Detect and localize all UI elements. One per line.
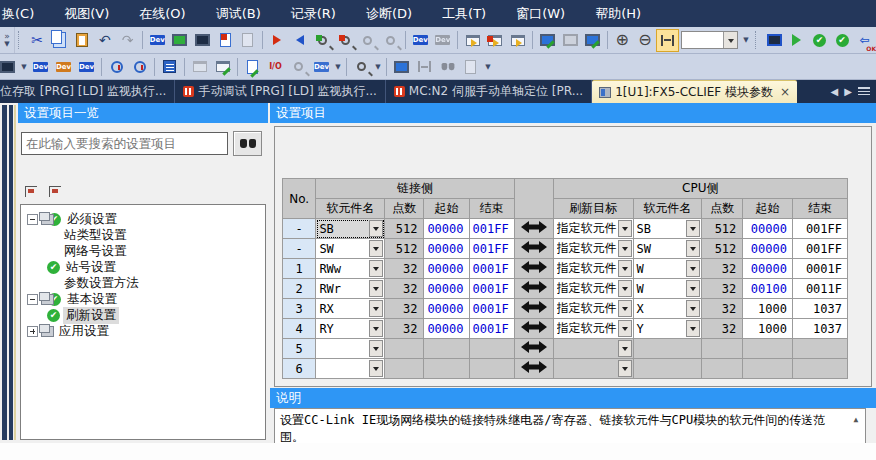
tree-item-station-type[interactable]: 站类型设置 (21, 227, 265, 243)
doc-list-disabled-button[interactable] (459, 55, 482, 78)
menu-debug[interactable]: 调试(B) (201, 0, 276, 27)
write-plc-button[interactable] (266, 29, 289, 52)
dropdown-button[interactable] (369, 280, 383, 297)
dropdown-button[interactable] (369, 220, 383, 237)
mouse-tool-button[interactable] (287, 55, 310, 78)
fit-disabled-button[interactable] (413, 55, 436, 78)
toolbar-overflow-chevron[interactable]: » ▼ (0, 27, 15, 53)
cell-cpu-start[interactable]: 00000 (743, 219, 793, 239)
zoom-out-button[interactable]: ⊖ (634, 29, 657, 52)
tab-nav-left-icon[interactable]: ◀ (831, 86, 839, 97)
cell-link-device[interactable] (316, 359, 385, 379)
verify-red-button[interactable] (334, 29, 357, 52)
cell-cpu-start[interactable]: 1000 (743, 319, 793, 339)
dropdown-button[interactable] (686, 240, 700, 257)
cell-link-start[interactable]: 00000 (424, 259, 469, 279)
dropdown-button[interactable] (618, 300, 632, 317)
remote-operation-button[interactable] (763, 29, 786, 52)
tab-manual-debug[interactable]: 手动调试 [PRG] [LD] 监视执行... (175, 80, 385, 103)
dropdown-button[interactable] (618, 260, 632, 277)
tab-module-parameter-active[interactable]: 1[U1]:FX5-CCLIEF 模块参数 × (592, 80, 797, 103)
verify-disabled2-button[interactable] (379, 29, 402, 52)
cell-link-start[interactable]: 00000 (424, 319, 469, 339)
run-button[interactable] (785, 29, 808, 52)
menu-diagnostics[interactable]: 诊断(D) (351, 0, 427, 27)
expand-all-button[interactable] (45, 183, 65, 200)
menu-window[interactable]: 窗口(W) (501, 0, 580, 27)
device-zoom-button[interactable] (350, 55, 373, 78)
cell-link-start[interactable]: 00000 (424, 279, 469, 299)
toolbar-overflow2[interactable]: ▼ (740, 27, 752, 53)
device-write-button[interactable]: Dev (409, 29, 432, 52)
zoom-in-button[interactable]: ⊕ (611, 29, 634, 52)
cell-link-device[interactable]: SB (316, 219, 385, 239)
paste-button[interactable] (71, 29, 94, 52)
menu-view[interactable]: 视图(V) (49, 0, 124, 27)
reflect-ok-button[interactable]: ⇦OK (853, 29, 876, 52)
tree-item-station-no[interactable]: ✔ 站号设置 (21, 259, 265, 275)
cell-link-device[interactable]: RWr (316, 279, 385, 299)
dropdown-button[interactable] (686, 260, 700, 277)
dropdown-button[interactable] (618, 360, 632, 377)
param-setting-disabled-button[interactable] (188, 55, 211, 78)
cell-cpu-start[interactable]: 00000 (743, 259, 793, 279)
screen-edit-button[interactable] (581, 29, 604, 52)
menu-convert[interactable]: 换(C) (0, 0, 49, 27)
note-scroll-up-icon[interactable]: ▲ (849, 412, 863, 426)
window-tile-button[interactable] (506, 29, 529, 52)
window-list-icon[interactable] (858, 87, 870, 96)
dropdown-button[interactable] (618, 240, 632, 257)
device-batch-monitor-button[interactable]: Dev (29, 55, 52, 78)
cell-link-device[interactable]: RX (316, 299, 385, 319)
cell-cpu-device[interactable]: Y (633, 319, 702, 339)
tab-close-icon[interactable]: × (780, 86, 790, 98)
cell-link-device[interactable]: RY (316, 319, 385, 339)
zoom-scale-combobox[interactable] (681, 31, 738, 49)
cell-refresh-target[interactable] (553, 359, 633, 379)
dropdown-small[interactable]: ▼ (333, 54, 343, 79)
cell-cpu-device[interactable]: W (633, 259, 702, 279)
device-register-monitor-button[interactable]: Dev (52, 55, 75, 78)
cell-cpu-device[interactable]: SW (633, 239, 702, 259)
cell-refresh-target[interactable] (553, 339, 633, 359)
cell-link-device[interactable]: SW (316, 239, 385, 259)
monitor-eye-button[interactable]: Dev (310, 55, 333, 78)
device-find-button[interactable]: Dev (146, 29, 169, 52)
cell-link-start[interactable]: 00000 (424, 299, 469, 319)
dropdown-button[interactable] (686, 300, 700, 317)
check-program-button[interactable]: ✔ (808, 29, 831, 52)
window-transfer-button[interactable] (484, 29, 507, 52)
menu-tools[interactable]: 工具(T) (427, 0, 501, 27)
monitor-start-button[interactable] (169, 29, 192, 52)
fit-width-button[interactable] (656, 29, 679, 52)
collapse-all-button[interactable] (21, 183, 41, 200)
watch-window-button[interactable] (158, 55, 181, 78)
cell-refresh-target[interactable]: 指定软元件 (553, 239, 633, 259)
tree-item-network-no[interactable]: 网络号设置 (21, 243, 265, 259)
screen-zoom-button[interactable] (390, 55, 413, 78)
screen-green-button[interactable] (536, 29, 559, 52)
param-setting-button[interactable] (211, 55, 234, 78)
verify-disabled-button[interactable] (357, 29, 380, 52)
dropdown-button[interactable] (618, 220, 632, 237)
monitor-find-button[interactable] (0, 55, 19, 78)
cell-cpu-device[interactable]: X (633, 299, 702, 319)
dropdown-button[interactable] (686, 220, 700, 237)
tree-item-basic-settings[interactable]: ✔ 基本设置 (21, 291, 265, 307)
combobox-dropdown-icon[interactable] (723, 32, 737, 48)
label-edit-button[interactable] (241, 55, 264, 78)
tab-nav-right-icon[interactable]: ▶ (844, 86, 852, 97)
toolbar-grip[interactable] (755, 31, 760, 49)
cell-link-start[interactable]: 00000 (424, 239, 469, 259)
redo-button[interactable]: ↷ (116, 29, 139, 52)
cell-refresh-target[interactable]: 指定软元件 (553, 299, 633, 319)
tab-bit-access[interactable]: 位存取 [PRG] [LD] 监视执行... (0, 80, 175, 103)
dropdown-button[interactable] (686, 320, 700, 337)
cell-link-start[interactable]: 00000 (424, 219, 469, 239)
menu-recording[interactable]: 记录(R) (276, 0, 351, 27)
cell-refresh-target[interactable]: 指定软元件 (553, 279, 633, 299)
tree-item-param-method[interactable]: 参数设置方法 (21, 275, 265, 291)
read-plc-button[interactable] (289, 29, 312, 52)
watch1-button[interactable] (105, 55, 128, 78)
copy-button[interactable] (48, 29, 71, 52)
